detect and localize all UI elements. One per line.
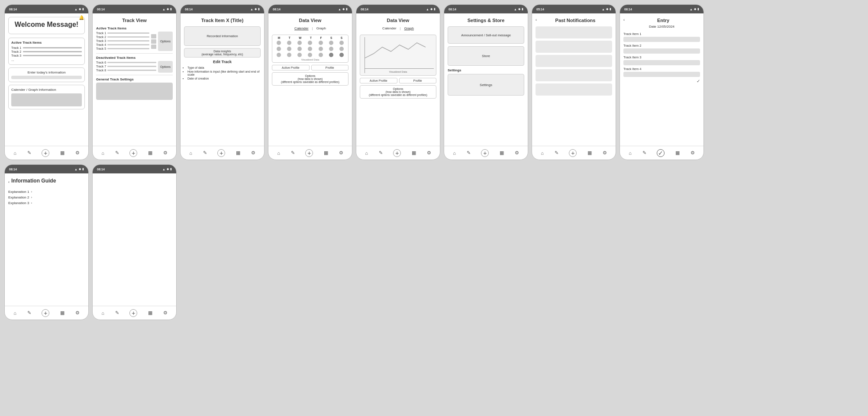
deact-options-btn[interactable]: Options	[158, 61, 173, 73]
edit-icon-ss[interactable]: ✎	[467, 150, 471, 156]
bottom-bar-tv: ⌂ ✎ + ▦ ⚙	[93, 146, 176, 160]
notif-item-2[interactable]	[536, 41, 612, 53]
home-icon[interactable]: ⌂	[13, 150, 16, 156]
entry-input-1[interactable]	[623, 37, 700, 42]
chart-icon-ti[interactable]: ▦	[236, 150, 240, 156]
entry-input-2[interactable]	[623, 48, 700, 54]
edit-icon-pn[interactable]: ✎	[555, 150, 558, 156]
notif-item-5[interactable]	[536, 83, 612, 96]
home-icon-tv[interactable]: ⌂	[101, 150, 104, 156]
add-icon-tv[interactable]: +	[129, 149, 137, 157]
chart-icon-dvc[interactable]: ▦	[324, 150, 328, 156]
tab-calendar-g[interactable]: Calender	[382, 26, 396, 31]
home-icon-dvc[interactable]: ⌂	[277, 150, 280, 156]
explanation-1[interactable]: Explanation 1 ›	[8, 190, 85, 194]
add-icon-dvc[interactable]: +	[305, 149, 313, 157]
back-arrow-ig[interactable]: ‹	[8, 180, 10, 184]
cal-row-3	[274, 52, 347, 58]
back-arrow-pn[interactable]: ‹	[536, 18, 537, 22]
add-icon-ig[interactable]: +	[42, 309, 49, 317]
deact-track-6[interactable]: Track 6	[96, 61, 156, 64]
active-track-5[interactable]: Track 5	[96, 47, 149, 50]
vis-data-label: Visualized Data	[274, 58, 347, 61]
general-settings-box[interactable]	[96, 83, 173, 100]
store-box[interactable]: Store	[448, 46, 524, 66]
settings-icon-ti[interactable]: ⚙	[251, 150, 255, 156]
back-arrow-entry[interactable]: ‹	[623, 18, 625, 22]
home-icon-pn[interactable]: ⌂	[541, 150, 544, 156]
settings-icon-dvc[interactable]: ⚙	[339, 150, 343, 156]
add-icon-dvg[interactable]: +	[393, 149, 401, 157]
options-box-graph[interactable]: Options (how data is shown) (different o…	[360, 85, 436, 99]
tab-graph-g[interactable]: Graph	[404, 26, 414, 31]
calendar-graph-card[interactable]: Calender / Graph Information	[8, 85, 85, 109]
tab-graph[interactable]: Graph	[316, 26, 326, 31]
active-track-1[interactable]: Track 1	[96, 32, 149, 35]
profile-btn-g[interactable]: Profile	[399, 78, 437, 83]
deact-track-8[interactable]: Track 8	[96, 69, 156, 72]
explanation-3[interactable]: Explanation 3 ›	[8, 201, 85, 205]
settings-icon[interactable]: ⚙	[75, 150, 80, 156]
entry-input-4[interactable]	[623, 72, 700, 77]
add-icon-ss[interactable]: +	[481, 149, 489, 157]
edit-icon[interactable]: ✎	[27, 150, 31, 156]
active-tracks-label: Active Track Items	[11, 41, 82, 45]
add-icon[interactable]: +	[42, 149, 49, 157]
notif-item-3[interactable]	[536, 55, 612, 67]
chart-icon-dvg[interactable]: ▦	[412, 150, 416, 156]
notif-item-4[interactable]	[536, 69, 612, 81]
active-profile-btn-g[interactable]: Active Profile	[360, 78, 397, 83]
edit-icon-exp[interactable]: ✎	[115, 310, 119, 316]
deact-track-7[interactable]: Track 7	[96, 65, 156, 68]
entry-label-1: Track Item 1	[623, 32, 700, 36]
edit-icon-tv[interactable]: ✎	[115, 150, 119, 156]
settings-icon-entry[interactable]: ⚙	[691, 150, 695, 156]
enter-info-input[interactable]	[11, 76, 82, 79]
add-icon-entry[interactable]: ✓	[657, 149, 665, 157]
home-icon-entry[interactable]: ⌂	[629, 150, 632, 156]
tab-calendar[interactable]: Calender	[294, 26, 308, 31]
add-icon-pn[interactable]: +	[569, 149, 577, 157]
edit-icon-ig[interactable]: ✎	[27, 310, 31, 316]
settings-icon-exp[interactable]: ⚙	[163, 310, 168, 316]
chart-icon-pn[interactable]: ▦	[587, 150, 592, 156]
enter-info-card[interactable]: Enter today's information	[8, 67, 85, 82]
active-profile-btn[interactable]: Active Profile	[272, 65, 310, 70]
chart-icon-entry[interactable]: ▦	[675, 150, 680, 156]
add-icon-ti[interactable]: +	[217, 149, 225, 157]
settings-icon-pn[interactable]: ⚙	[603, 150, 607, 156]
profile-btn[interactable]: Profile	[311, 65, 349, 70]
home-icon-exp[interactable]: ⌂	[101, 310, 104, 316]
settings-icon-tv[interactable]: ⚙	[163, 150, 168, 156]
explanation-2[interactable]: Explanation 2 ›	[8, 195, 85, 199]
active-options-btn[interactable]: Options	[158, 32, 173, 51]
chart-icon-ig[interactable]: ▦	[60, 310, 65, 316]
notification-bell[interactable]: 🔔	[79, 15, 84, 20]
settings-icon-ig[interactable]: ⚙	[75, 310, 80, 316]
chart-icon-tv[interactable]: ▦	[148, 150, 152, 156]
edit-track-label[interactable]: Edit Track	[184, 60, 261, 64]
settings-icon-dvg[interactable]: ⚙	[427, 150, 431, 156]
settings-icon-ss[interactable]: ⚙	[515, 150, 519, 156]
status-time-exp: 08:14	[97, 168, 105, 171]
chart-icon[interactable]: ▦	[60, 150, 65, 156]
active-track-2[interactable]: Track 2	[96, 35, 149, 38]
check-mark[interactable]: ✓	[623, 79, 700, 83]
settings-box[interactable]: Settings	[448, 74, 524, 96]
chart-icon-exp[interactable]: ▦	[148, 310, 152, 316]
chart-icon-ss[interactable]: ▦	[500, 150, 504, 156]
edit-icon-dvc[interactable]: ✎	[291, 150, 295, 156]
options-box-cal[interactable]: Options (how data is shown) (different o…	[272, 72, 348, 86]
edit-icon-dvg[interactable]: ✎	[379, 150, 383, 156]
home-icon-ss[interactable]: ⌂	[453, 150, 456, 156]
add-icon-exp[interactable]: +	[129, 309, 137, 317]
edit-icon-ti[interactable]: ✎	[203, 150, 207, 156]
notif-item-1[interactable]	[536, 26, 612, 38]
edit-icon-entry[interactable]: ✎	[642, 150, 646, 156]
home-icon-dvg[interactable]: ⌂	[365, 150, 368, 156]
active-track-4[interactable]: Track 4	[96, 43, 149, 46]
home-icon-ti[interactable]: ⌂	[189, 150, 192, 156]
entry-input-3[interactable]	[623, 60, 700, 65]
home-icon-ig[interactable]: ⌂	[13, 310, 16, 316]
active-track-3[interactable]: Track 3	[96, 39, 149, 42]
